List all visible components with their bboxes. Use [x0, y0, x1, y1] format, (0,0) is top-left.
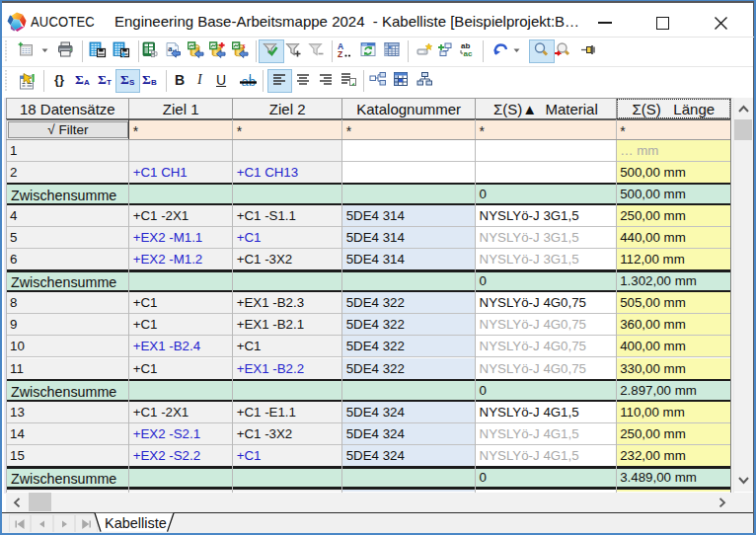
svg-text:A: A — [84, 78, 90, 87]
svg-text:ac: ac — [464, 49, 473, 58]
svg-text:Σ: Σ — [98, 72, 107, 87]
svg-text:Σ: Σ — [142, 72, 151, 87]
svg-text:S: S — [129, 78, 135, 87]
svg-text:Z: Z — [338, 49, 342, 58]
svg-text:s: s — [242, 41, 246, 50]
svg-text:Σ: Σ — [75, 72, 84, 87]
svg-text:T: T — [107, 78, 112, 87]
svg-text:Σ: Σ — [120, 72, 129, 87]
svg-text:B: B — [151, 78, 157, 87]
svg-text:{}: {} — [54, 72, 64, 87]
